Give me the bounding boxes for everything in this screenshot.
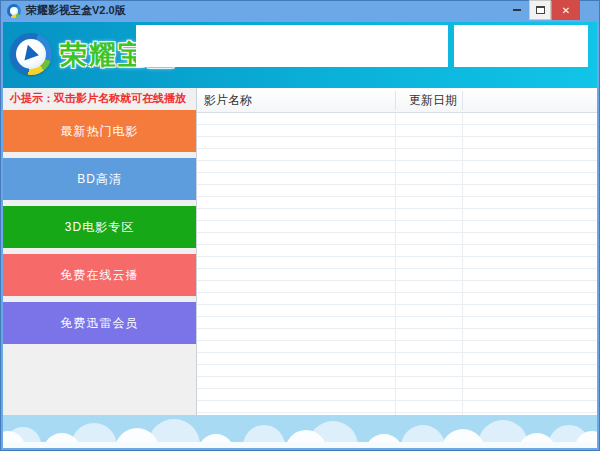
sidebar-item-3d-zone[interactable]: 3D电影专区: [3, 206, 196, 248]
clouds-footer: [3, 415, 597, 448]
sidebar-item-bd-hd[interactable]: BD高清: [3, 158, 196, 200]
sidebar-item-hot-movies[interactable]: 最新热门电影: [3, 110, 196, 152]
grid-vline: [395, 113, 396, 415]
column-divider: [395, 91, 396, 110]
app-header: 荣耀宝盒: [3, 22, 597, 88]
grid-vline: [462, 113, 463, 415]
maximize-icon: [536, 6, 545, 14]
close-button[interactable]: ✕: [552, 0, 580, 20]
header-side-panel[interactable]: [454, 25, 588, 67]
app-window: 荣耀影视宝盒V2.0版 ✕ 荣耀宝盒 小提示：双击影片名称就可在线播放 最新热门…: [0, 0, 600, 451]
movie-list-header: 影片名称 更新日期: [197, 88, 597, 113]
column-header-movie-name[interactable]: 影片名称: [204, 88, 252, 112]
sidebar: 小提示：双击影片名称就可在线播放 最新热门电影 BD高清 3D电影专区 免费在线…: [3, 88, 196, 415]
minimize-button[interactable]: [506, 0, 528, 20]
movie-list[interactable]: 影片名称 更新日期: [196, 88, 597, 415]
column-header-update-date[interactable]: 更新日期: [409, 88, 457, 112]
header-banner-panel[interactable]: [136, 25, 448, 67]
window-title: 荣耀影视宝盒V2.0版: [26, 0, 126, 21]
player-logo-icon: [10, 33, 52, 75]
tip-text: 小提示：双击影片名称就可在线播放: [3, 88, 196, 109]
maximize-button[interactable]: [529, 0, 551, 20]
column-divider: [462, 91, 463, 110]
sidebar-item-xunlei-vip[interactable]: 免费迅雷会员: [3, 302, 196, 344]
titlebar: 荣耀影视宝盒V2.0版 ✕: [0, 0, 600, 22]
sidebar-item-cloud-play[interactable]: 免费在线云播: [3, 254, 196, 296]
cloud-base: [3, 442, 597, 448]
movie-list-body[interactable]: [197, 113, 597, 415]
app-logo-icon: [7, 4, 21, 18]
minimize-icon: [513, 9, 521, 11]
